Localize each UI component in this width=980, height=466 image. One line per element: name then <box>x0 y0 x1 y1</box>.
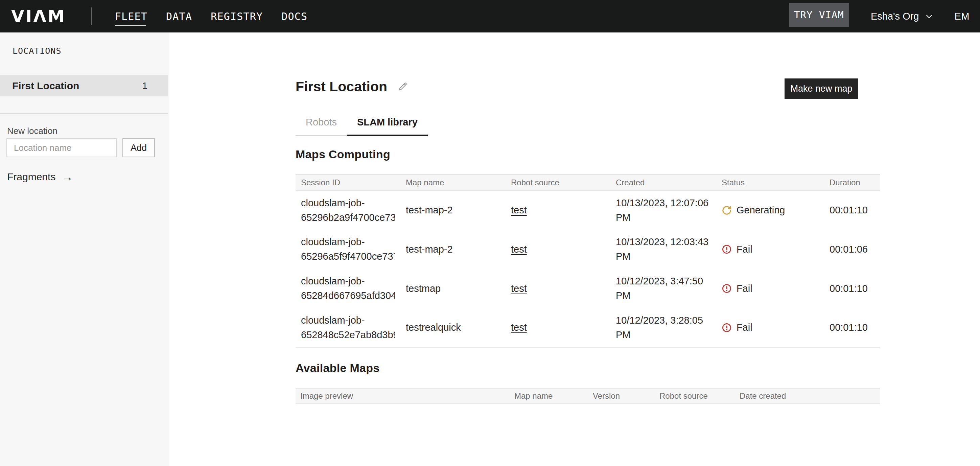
fragments-label: Fragments <box>7 171 56 183</box>
edit-pencil-icon[interactable] <box>397 81 408 92</box>
try-viam-button[interactable]: TRY VIAM <box>789 3 849 27</box>
maps-computing-table: Session ID Map name Robot source Created… <box>296 174 880 348</box>
available-maps-heading: Available Maps <box>296 361 880 375</box>
map-name: test-map-2 <box>400 190 506 230</box>
location-count: 1 <box>142 81 148 91</box>
org-name: Esha's Org <box>871 11 919 22</box>
col-image-preview: Image preview <box>296 388 510 404</box>
table-row: cloudslam-job-65296b2a9f4700ce73 test-ma… <box>296 190 880 230</box>
maps-computing-heading: Maps Computing <box>296 147 880 162</box>
location-name: First Location <box>12 80 79 92</box>
nav-item-registry[interactable]: REGISTRY <box>211 11 263 22</box>
col-date-created: Date created <box>735 388 880 404</box>
nav-item-docs[interactable]: DOCS <box>282 11 307 22</box>
robot-source-link[interactable]: test <box>511 322 527 333</box>
arrow-right-icon: → <box>62 172 73 182</box>
col-robot-source: Robot source <box>655 388 735 404</box>
map-name: testrealquick <box>400 308 506 347</box>
tabs: Robots SLAM library <box>296 113 428 136</box>
generating-icon <box>722 205 732 215</box>
nav-right: TRY VIAM Esha's Org EM <box>789 5 969 29</box>
status-label: Fail <box>737 283 752 294</box>
session-id: cloudslam-job-652848c52e7ab8d3b9 <box>301 313 395 342</box>
fail-icon <box>722 283 732 294</box>
table-row: cloudslam-job-65284d667695afd304 testmap… <box>296 269 880 308</box>
available-maps-table: Image preview Map name Version Robot sou… <box>296 388 880 404</box>
new-location-form: Add <box>6 138 168 157</box>
sidebar-divider <box>0 113 168 114</box>
page-title: First Location <box>296 79 387 95</box>
nav-item-data[interactable]: DATA <box>166 11 192 22</box>
locations-sidebar: LOCATIONS First Location 1 New location … <box>0 32 169 466</box>
user-initials[interactable]: EM <box>955 11 970 22</box>
table-header-row: Session ID Map name Robot source Created… <box>296 175 880 190</box>
col-created: Created <box>610 175 716 190</box>
robot-source-link[interactable]: test <box>511 205 527 215</box>
make-new-map-button[interactable]: Make new map <box>784 78 858 99</box>
duration: 00:01:10 <box>824 269 880 308</box>
location-name-input[interactable] <box>6 138 117 157</box>
created-at: 10/12/2023, 3:47:50 PM <box>616 274 711 303</box>
duration: 00:01:10 <box>824 190 880 230</box>
session-id: cloudslam-job-65296b2a9f4700ce73 <box>301 196 395 225</box>
fragments-link[interactable]: Fragments → <box>7 171 73 183</box>
col-status: Status <box>716 175 824 190</box>
chevron-down-icon <box>926 14 932 19</box>
duration: 00:01:10 <box>824 308 880 347</box>
fail-icon <box>722 244 732 254</box>
col-map-name: Map name <box>510 388 588 404</box>
tab-robots[interactable]: Robots <box>296 113 347 135</box>
locations-heading: LOCATIONS <box>13 46 168 56</box>
nav-menu: FLEET DATA REGISTRY DOCS <box>115 11 308 22</box>
table-header-row: Image preview Map name Version Robot sou… <box>296 388 880 404</box>
created-at: 10/13/2023, 12:07:06 PM <box>616 196 711 225</box>
status-label: Generating <box>737 205 785 216</box>
new-location-label: New location <box>7 125 168 137</box>
col-version: Version <box>588 388 655 404</box>
table-row: cloudslam-job-652848c52e7ab8d3b9 testrea… <box>296 308 880 347</box>
duration: 00:01:06 <box>824 230 880 269</box>
col-session-id: Session ID <box>296 175 400 190</box>
status-label: Fail <box>737 322 752 333</box>
sidebar-item-first-location[interactable]: First Location 1 <box>0 75 168 96</box>
robot-source-link[interactable]: test <box>511 244 527 254</box>
nav-item-fleet[interactable]: FLEET <box>115 11 148 22</box>
col-map-name: Map name <box>400 175 506 190</box>
add-location-button[interactable]: Add <box>123 138 155 157</box>
org-switcher[interactable]: Esha's Org <box>871 11 932 22</box>
created-at: 10/13/2023, 12:03:43 PM <box>616 235 711 264</box>
session-id: cloudslam-job-65284d667695afd304 <box>301 274 395 303</box>
created-at: 10/12/2023, 3:28:05 PM <box>616 313 711 342</box>
title-row: First Location Make new map <box>296 76 880 97</box>
nav-divider <box>91 8 92 25</box>
col-robot-source: Robot source <box>506 175 610 190</box>
status-label: Fail <box>737 244 752 255</box>
table-row: cloudslam-job-65296a5f9f4700ce737 test-m… <box>296 230 880 269</box>
fail-icon <box>722 323 732 333</box>
main-content: First Location Make new map Robots SLAM … <box>169 32 980 466</box>
col-duration: Duration <box>824 175 880 190</box>
tab-slam-library[interactable]: SLAM library <box>347 113 428 136</box>
map-name: test-map-2 <box>400 230 506 269</box>
map-name: testmap <box>400 269 506 308</box>
robot-source-link[interactable]: test <box>511 283 527 294</box>
session-id: cloudslam-job-65296a5f9f4700ce737 <box>301 235 395 264</box>
viam-logo[interactable]: VIΛM <box>11 6 66 26</box>
top-nav: VIΛM FLEET DATA REGISTRY DOCS TRY VIAM E… <box>0 0 980 32</box>
